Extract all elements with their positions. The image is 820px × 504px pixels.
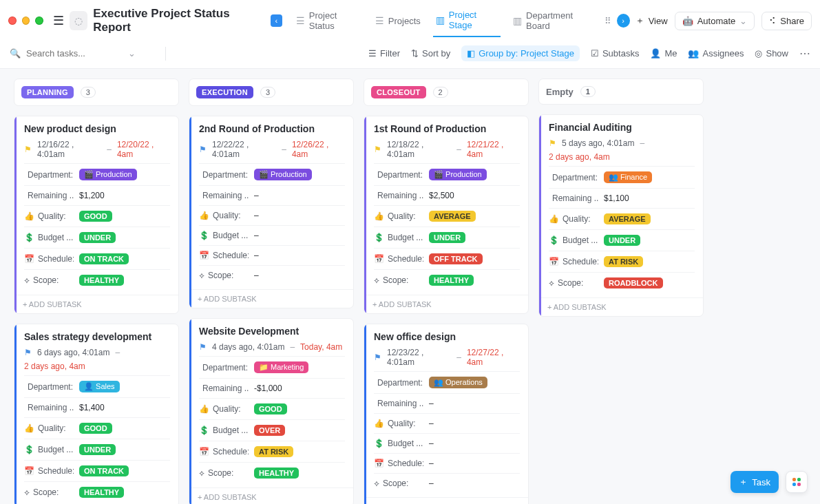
more-icon[interactable]: ⋯	[799, 47, 810, 60]
subtasks-icon: ☑	[591, 48, 599, 59]
column-header[interactable]: EXECUTION3	[189, 78, 354, 106]
task-card[interactable]: 2nd Round of Production⚑12/22/22 , 4:01a…	[189, 116, 354, 308]
column-planning: PLANNING3New product design⚑12/16/22 , 4…	[14, 78, 179, 504]
field-row: ⟡Scope:HEALTHY	[24, 269, 170, 291]
status-pill: UNDER	[604, 235, 640, 246]
field-value: –	[429, 419, 434, 428]
field-label: 👍Quality:	[199, 404, 249, 414]
share-button[interactable]: ⠪ Share	[761, 12, 812, 30]
flag-icon: ⚑	[199, 342, 207, 352]
field-label: 👍Quality:	[374, 419, 423, 428]
card-title: Financial Auditing	[549, 122, 695, 133]
stripe	[14, 324, 17, 504]
field-row: 📅Schedule:AT RISK	[549, 251, 695, 272]
status-pill: GOOD	[254, 403, 287, 414]
add-subtask-button[interactable]: + ADD SUBTASK	[364, 295, 528, 313]
show-button[interactable]: ◎ Show	[755, 48, 788, 59]
group-by-chip[interactable]: ◧ Group by: Project Stage	[461, 45, 580, 61]
field-row: 👍Quality:–	[199, 205, 345, 225]
field-value: GOOD	[79, 211, 112, 222]
back-chip-icon[interactable]: ‹	[271, 14, 282, 27]
search-input[interactable]	[26, 48, 123, 59]
view-tabs: ☰Project Status☰Projects▥Project Stage▥D…	[293, 6, 596, 36]
add-subtask-button[interactable]: + ADD SUBTASK	[14, 295, 178, 313]
tab-department-board[interactable]: ▥Department Board	[510, 6, 596, 35]
field-row: 💲Budget ...UNDER	[374, 227, 520, 248]
status-pill: GOOD	[79, 423, 112, 434]
tab-project-status[interactable]: ☰Project Status	[293, 6, 363, 35]
apps-button[interactable]	[786, 471, 808, 493]
subtasks-button[interactable]: ☑ Subtasks	[591, 48, 639, 59]
tabs-overflow-icon[interactable]: ⠿	[605, 16, 611, 26]
column-empty: Empty1Financial Auditing⚑5 days ago, 4:0…	[538, 78, 704, 317]
field-row: 💲Budget ...–	[199, 225, 345, 245]
tab-projects[interactable]: ☰Projects	[372, 11, 423, 30]
column-label: Empty	[546, 87, 574, 97]
column-count: 3	[81, 87, 96, 98]
field-row: Remaining ...-$1,000	[199, 378, 345, 398]
column-header[interactable]: CLOSEOUT2	[364, 78, 529, 106]
window-minimize-icon[interactable]	[22, 17, 30, 25]
add-subtask-button[interactable]: + ADD SUBTASK	[189, 487, 353, 504]
department-chip: 🎬 Production	[79, 169, 137, 180]
search-chevron-icon[interactable]: ⌄	[128, 48, 136, 59]
field-icon: 💲	[374, 233, 384, 242]
flag-icon: ⚑	[374, 353, 381, 362]
start-date: 12/23/22 , 4:01am	[387, 348, 451, 367]
field-row: 📅Schedule:OFF TRACK	[374, 248, 520, 269]
flag-icon: ⚑	[374, 145, 381, 154]
field-row: ⟡Scope:ROADBLOCK	[549, 272, 695, 293]
end-date: 12/20/22 , 4am	[117, 140, 170, 159]
task-card[interactable]: 1st Round of Production⚑12/18/22 , 4:01a…	[364, 116, 529, 314]
field-row: 👍Quality:GOOD	[24, 205, 170, 227]
window-maximize-icon[interactable]	[35, 17, 43, 25]
field-value: –	[254, 251, 259, 260]
add-subtask-button[interactable]: + ADD SUBTASK	[364, 497, 528, 504]
plus-icon: ＋	[635, 14, 644, 27]
end-date: 12/27/22 , 4am	[467, 348, 520, 367]
field-icon: 👍	[374, 419, 384, 428]
field-row: 💲Budget ...UNDER	[24, 439, 170, 460]
me-button[interactable]: 👤 Me	[650, 48, 677, 59]
field-row: 📅Schedule:ON TRACK	[24, 460, 170, 481]
field-label: 👍Quality:	[24, 211, 74, 221]
column-header[interactable]: PLANNING3	[14, 78, 179, 106]
share-icon: ⠪	[769, 16, 776, 26]
task-card[interactable]: Financial Auditing⚑5 days ago, 4:01am–2 …	[538, 114, 704, 317]
field-label: 👍Quality:	[24, 423, 74, 433]
flag-icon: ⚑	[24, 145, 32, 154]
task-card[interactable]: New office design⚑12/23/22 , 4:01am–12/2…	[364, 324, 529, 504]
new-task-button[interactable]: ＋ Task	[730, 471, 779, 493]
task-card[interactable]: Sales strategy development⚑6 days ago, 4…	[14, 324, 179, 504]
column-count: 2	[433, 87, 448, 98]
field-label: 👍Quality:	[199, 211, 249, 220]
filter-button[interactable]: ☰ Filter	[368, 48, 400, 59]
person-icon: 👤	[650, 48, 661, 59]
field-icon: 📅	[199, 447, 209, 456]
start-date: 12/22/22 , 4:01am	[212, 140, 276, 159]
sort-icon: ⇅	[411, 48, 419, 59]
field-icon: 💲	[24, 445, 34, 454]
add-view-button[interactable]: ＋ View	[635, 14, 668, 27]
dates-row: ⚑6 days ago, 4:01am–	[24, 348, 170, 357]
assignees-button[interactable]: 👥 Assignees	[688, 48, 744, 59]
task-card[interactable]: New product design⚑12/16/22 , 4:01am–12/…	[14, 116, 179, 314]
window-close-icon[interactable]	[8, 17, 17, 25]
column-header[interactable]: Empty1	[538, 78, 704, 105]
list-icon: ☰	[296, 15, 305, 26]
field-label: 📅Schedule:	[374, 254, 423, 264]
tab-project-stage[interactable]: ▥Project Stage	[433, 6, 501, 37]
automate-button[interactable]: 🤖 Automate ⌄	[675, 12, 755, 30]
field-label: Department:	[374, 170, 423, 180]
field-value: HEALTHY	[429, 275, 474, 286]
sort-button[interactable]: ⇅ Sort by	[411, 48, 450, 59]
toolbar: 🔍 ⌄ ☰ Filter ⇅ Sort by ◧ Group by: Proje…	[0, 41, 820, 69]
field-value: 🎬 Production	[254, 169, 312, 180]
add-subtask-button[interactable]: + ADD SUBTASK	[539, 297, 703, 316]
field-row: Department:👤 Sales	[24, 375, 170, 397]
add-subtask-button[interactable]: + ADD SUBTASK	[189, 289, 353, 308]
field-label: 💲Budget ...	[199, 231, 249, 240]
task-card[interactable]: Website Development⚑4 days ago, 4:01am–T…	[189, 318, 354, 504]
scroll-tabs-right-icon[interactable]: ›	[617, 14, 630, 28]
menu-icon[interactable]: ☰	[53, 13, 64, 28]
